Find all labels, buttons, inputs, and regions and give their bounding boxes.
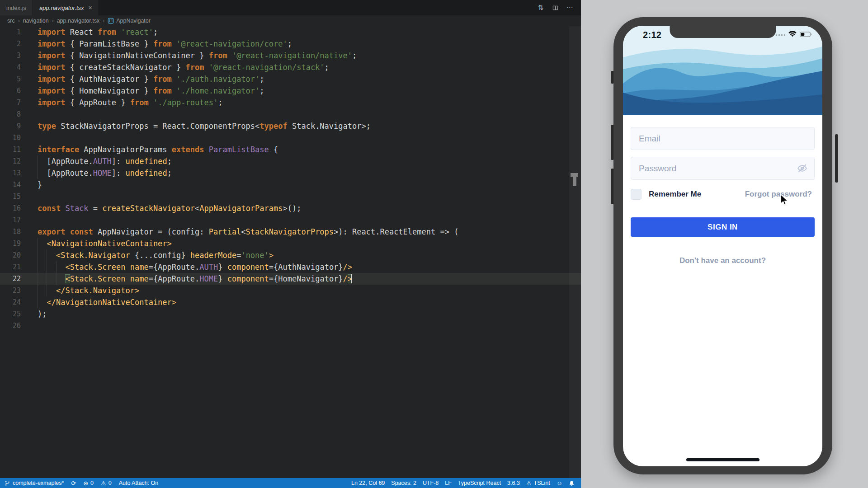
sign-in-button[interactable]: SIGN IN bbox=[631, 217, 815, 237]
status-label: TSLint bbox=[534, 480, 550, 486]
code-line-14[interactable]: 14} bbox=[0, 179, 581, 191]
status-right-lf[interactable]: LF bbox=[445, 480, 452, 486]
code-line-12[interactable]: 12 [AppRoute.AUTH]: undefined; bbox=[0, 155, 581, 167]
breadcrumb-label: src bbox=[7, 18, 15, 24]
status-bar: complete-exmaples*⟳⊗0⚠0Auto Attach: On L… bbox=[0, 478, 581, 488]
more-actions-icon[interactable]: ⋯ bbox=[565, 3, 575, 13]
line-number: 20 bbox=[0, 249, 21, 261]
line-number: 22 bbox=[0, 273, 21, 285]
breadcrumb-item-navigation[interactable]: navigation bbox=[23, 18, 49, 24]
code-line-23[interactable]: 23 </Stack.Navigator> bbox=[0, 285, 581, 296]
warning-icon: ⚠ bbox=[526, 480, 532, 486]
breadcrumb-item-app.navigator.tsx[interactable]: app.navigator.tsx bbox=[57, 18, 100, 24]
code-line-16[interactable]: 16const Stack = createStackNavigator<App… bbox=[0, 202, 581, 214]
status-left-0[interactable]: ⚠0 bbox=[101, 480, 112, 486]
status-right-ln-22-col-69[interactable]: Ln 22, Col 69 bbox=[351, 480, 385, 486]
code-line-1[interactable]: 1import React from 'react'; bbox=[0, 26, 581, 38]
remember-me-label: Remember Me bbox=[649, 190, 701, 199]
tab-index.js[interactable]: index.js bbox=[0, 0, 33, 15]
code-line-15[interactable]: 15 bbox=[0, 191, 581, 202]
status-right-smiley[interactable]: ☺ bbox=[557, 480, 562, 486]
status-right-utf-8[interactable]: UTF-8 bbox=[423, 480, 439, 486]
code-line-19[interactable]: 19 <NavigationNativeContainer> bbox=[0, 238, 581, 249]
code-editor[interactable]: 1import React from 'react';2import { Par… bbox=[0, 26, 581, 478]
code-line-17[interactable]: 17 bbox=[0, 214, 581, 226]
password-input[interactable] bbox=[631, 157, 815, 180]
cellular-signal-icon bbox=[776, 34, 785, 36]
code-line-22[interactable]: 22 <Stack.Screen name={AppRoute.HOME} co… bbox=[0, 273, 581, 285]
line-number: 12 bbox=[0, 155, 21, 167]
status-bar-left: complete-exmaples*⟳⊗0⚠0Auto Attach: On bbox=[0, 480, 158, 486]
code-line-10[interactable]: 10 bbox=[0, 132, 581, 144]
code-line-26[interactable]: 26 bbox=[0, 320, 581, 332]
code-line-2[interactable]: 2import { ParamListBase } from '@react-n… bbox=[0, 38, 581, 50]
line-number: 17 bbox=[0, 214, 21, 226]
code-line-5[interactable]: 5import { AuthNavigator } from './auth.n… bbox=[0, 73, 581, 85]
code-line-8[interactable]: 8 bbox=[0, 108, 581, 120]
line-text: <NavigationNativeContainer> bbox=[38, 238, 172, 249]
line-number: 9 bbox=[0, 120, 21, 132]
code-line-9[interactable]: 9type StackNavigatorProps = React.Compon… bbox=[0, 120, 581, 132]
forgot-password-link[interactable]: Forgot password? bbox=[745, 190, 812, 199]
code-line-20[interactable]: 20 <Stack.Navigator {...config} headerMo… bbox=[0, 249, 581, 261]
line-text: [AppRoute.AUTH]: undefined; bbox=[38, 155, 172, 167]
breadcrumb-item-AppNavigator[interactable]: AppNavigator bbox=[108, 18, 151, 24]
toggle-password-visibility-button[interactable] bbox=[796, 163, 808, 174]
code-line-6[interactable]: 6import { HomeNavigator } from './home.n… bbox=[0, 85, 581, 97]
tab-label: app.navigator.tsx bbox=[39, 5, 84, 11]
status-right-3-6-3[interactable]: 3.6.3 bbox=[507, 480, 520, 486]
code-line-24[interactable]: 24 </NavigationNativeContainer> bbox=[0, 296, 581, 308]
code-line-21[interactable]: 21 <Stack.Screen name={AppRoute.AUTH} co… bbox=[0, 261, 581, 273]
line-number: 19 bbox=[0, 238, 21, 249]
code-line-18[interactable]: 18export const AppNavigator = (config: P… bbox=[0, 226, 581, 238]
code-line-3[interactable]: 3import { NavigationNativeContainer } fr… bbox=[0, 50, 581, 61]
indent-guide bbox=[56, 261, 57, 273]
text-cursor bbox=[351, 274, 352, 283]
status-label: Ln 22, Col 69 bbox=[351, 480, 385, 486]
code-line-4[interactable]: 4import { createStackNavigator } from '@… bbox=[0, 61, 581, 73]
bell-icon bbox=[569, 480, 575, 486]
remember-me-checkbox[interactable] bbox=[631, 189, 642, 200]
split-editor-icon[interactable] bbox=[550, 3, 560, 13]
line-number: 13 bbox=[0, 167, 21, 179]
smiley-icon: ☺ bbox=[557, 480, 562, 486]
line-number: 6 bbox=[0, 85, 21, 97]
line-number: 16 bbox=[0, 202, 21, 214]
status-label: complete-exmaples* bbox=[13, 480, 64, 486]
line-number: 18 bbox=[0, 226, 21, 238]
status-right-bell[interactable] bbox=[569, 480, 575, 486]
breadcrumb-item-src[interactable]: src bbox=[7, 18, 15, 24]
line-text: interface AppNavigatorParams extends Par… bbox=[38, 144, 278, 155]
code-line-25[interactable]: 25); bbox=[0, 308, 581, 320]
code-line-11[interactable]: 11interface AppNavigatorParams extends P… bbox=[0, 144, 581, 155]
status-left-auto-attach-on[interactable]: Auto Attach: On bbox=[119, 480, 159, 486]
code-line-7[interactable]: 7import { AppRoute } from './app-routes'… bbox=[0, 97, 581, 108]
layout-toggle-icon[interactable]: ⇅ bbox=[536, 3, 546, 13]
status-right-typescript-react[interactable]: TypeScript React bbox=[458, 480, 501, 486]
tab-close-icon[interactable]: × bbox=[89, 4, 92, 11]
status-left-sync[interactable]: ⟳ bbox=[71, 480, 76, 486]
breadcrumb-separator: › bbox=[52, 18, 54, 24]
status-left-0[interactable]: ⊗0 bbox=[83, 480, 94, 486]
line-text: <Stack.Navigator {...config} headerMode=… bbox=[38, 249, 274, 261]
tab-app.navigator.tsx[interactable]: app.navigator.tsx× bbox=[33, 0, 99, 15]
status-bar-right: Ln 22, Col 69Spaces: 2UTF-8LFTypeScript … bbox=[351, 480, 581, 486]
indent-guide bbox=[47, 249, 47, 261]
email-input[interactable] bbox=[631, 127, 815, 150]
status-label: UTF-8 bbox=[423, 480, 439, 486]
line-number: 8 bbox=[0, 108, 21, 120]
indent-guide bbox=[47, 261, 47, 273]
status-right-tslint[interactable]: ⚠TSLint bbox=[526, 480, 550, 486]
line-text: } bbox=[38, 179, 42, 191]
line-number: 24 bbox=[0, 296, 21, 308]
editor-scrollbar[interactable] bbox=[569, 26, 581, 478]
signup-link[interactable]: Don't have an account? bbox=[623, 256, 822, 265]
home-indicator[interactable] bbox=[686, 458, 760, 461]
line-text: <Stack.Screen name={AppRoute.HOME} compo… bbox=[38, 273, 352, 285]
wifi-icon bbox=[788, 31, 797, 39]
code-line-13[interactable]: 13 [AppRoute.HOME]: undefined; bbox=[0, 167, 581, 179]
status-left-complete-exmaples-[interactable]: complete-exmaples* bbox=[5, 480, 64, 486]
scrollbar-mark bbox=[571, 173, 578, 177]
phone-power-button bbox=[835, 134, 838, 183]
status-right-spaces-2[interactable]: Spaces: 2 bbox=[391, 480, 416, 486]
